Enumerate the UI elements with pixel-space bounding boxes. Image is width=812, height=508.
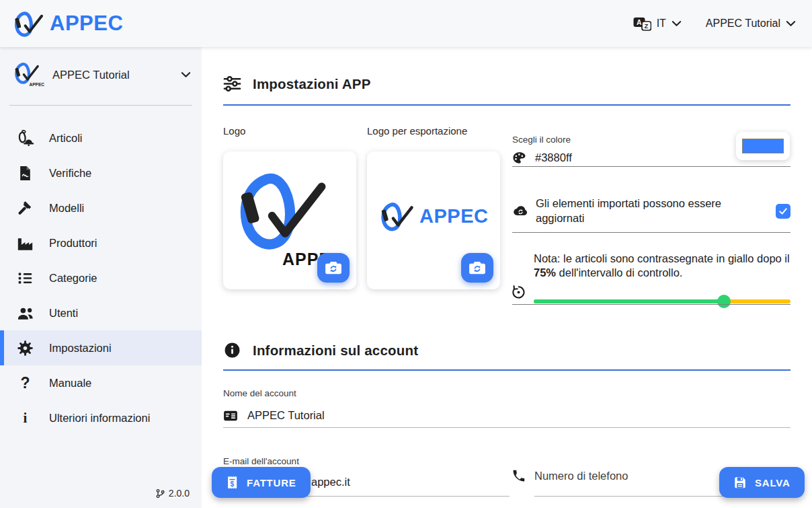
sidebar-nav: Articoli Verifiche [0, 120, 202, 435]
svg-text:$: $ [230, 480, 234, 488]
change-logo-button[interactable] [317, 253, 350, 283]
checkmark-icon [778, 206, 788, 217]
interval-slider[interactable] [534, 295, 790, 308]
logo-export-brand: APPEC [419, 205, 488, 227]
import-update-checkbox[interactable] [776, 204, 790, 219]
sidebar-item-manuale[interactable]: ? Manuale [0, 365, 202, 400]
sidebar-item-label: Verifiche [49, 167, 91, 180]
sidebar-item-categorie[interactable]: Categorie [0, 260, 202, 295]
sidebar-item-label: Ulteriori informazioni [49, 412, 150, 425]
color-swatch-fill [742, 139, 784, 153]
chevron-down-icon [786, 20, 796, 27]
sidebar-item-label: Manuale [49, 377, 91, 390]
sidebar-item-verifiche[interactable]: Verifiche [0, 155, 202, 190]
id-card-icon [223, 410, 238, 422]
factory-icon [16, 235, 34, 252]
palette-icon [512, 151, 526, 165]
sidebar-item-label: Modelli [49, 202, 84, 215]
sidebar-item-label: Articoli [49, 132, 83, 145]
logo-export-preview: APPEC [376, 200, 488, 232]
sidebar-item-utenti[interactable]: Utenti [0, 295, 202, 330]
carabiner-logo-icon [227, 166, 339, 252]
interval-percent: 75% [534, 266, 556, 279]
camera-reverse-icon [325, 260, 342, 276]
section-underline [223, 369, 790, 371]
sidebar-item-modelli[interactable]: Modelli [0, 190, 202, 225]
fatture-label: FATTURE [247, 477, 296, 488]
sidebar-item-label: Utenti [49, 307, 78, 320]
workspace-logo: APPEC [11, 61, 43, 89]
account-name-label: Nome del account [223, 388, 296, 398]
logo-export-label: Logo per esportazione [367, 125, 467, 137]
sidebar-item-ulteriori-informazioni[interactable]: i Ulteriori informazioni [0, 400, 202, 435]
topbar-right: A Z IT APPEC Tutorial [633, 17, 796, 31]
slider-thumb[interactable] [717, 295, 731, 308]
interval-warning-text: Nota: le articoli sono contrassegnate in… [534, 252, 790, 281]
question-mark-icon: ? [16, 375, 34, 392]
climbing-gear-icon [16, 130, 34, 147]
logo-upload-card[interactable]: APPEC [223, 151, 356, 289]
account-name-field[interactable]: APPEC Tutorial [223, 409, 325, 422]
interval-warning-field: Nota: le articoli sono contrassegnate in… [512, 252, 790, 281]
people-icon [16, 305, 34, 322]
save-floppy-icon [733, 476, 747, 489]
fatture-button[interactable]: $ FATTURE [212, 467, 311, 498]
phone-icon [512, 470, 525, 482]
version-number: 2.0.0 [169, 488, 190, 499]
import-update-field: Gli elementi importati possono essere ag… [512, 196, 790, 226]
options-sliders-icon [223, 75, 241, 92]
salva-button[interactable]: SALVA [719, 467, 805, 498]
topbar: APPEC A Z IT APPEC Tutorial [0, 0, 812, 47]
account-menu[interactable]: APPEC Tutorial [706, 17, 796, 30]
account-email-value: appec.it [311, 476, 350, 488]
account-email-label: E-mail dell'account [223, 456, 299, 466]
account-label: APPEC Tutorial [706, 17, 780, 30]
slider-fill [534, 299, 724, 303]
section-title: Impostazioni APP [253, 76, 371, 92]
import-update-text: Gli elementi importati possono essere ag… [536, 196, 758, 226]
chevron-down-icon [181, 71, 191, 78]
account-phone-field[interactable]: Numero di telefono [512, 470, 628, 482]
sidebar-item-label: Produttori [49, 237, 97, 250]
list-icon [16, 270, 34, 287]
workspace-switcher[interactable]: APPEC APPEC Tutorial [0, 47, 202, 89]
carabiner-logo-icon [11, 9, 47, 38]
main-content: Impostazioni APP Logo APPEC Logo per esp… [202, 47, 812, 508]
sidebar-item-impostazioni[interactable]: Impostazioni [0, 330, 202, 365]
sidebar-item-articoli[interactable]: Articoli [0, 120, 202, 155]
hammer-icon [16, 200, 34, 217]
sidebar-item-produttori[interactable]: Produttori [0, 225, 202, 260]
sidebar-item-label: Impostazioni [49, 342, 112, 355]
divider [512, 304, 790, 305]
sidebar-divider [9, 105, 192, 106]
section-title: Informazioni sul account [253, 342, 418, 359]
color-label: Scegli il colore [512, 135, 571, 145]
account-name-value: APPEC Tutorial [247, 409, 325, 422]
gear-icon [16, 340, 34, 357]
logo-label: Logo [223, 125, 245, 137]
language-selector[interactable]: A Z IT [633, 17, 682, 31]
brand-logo[interactable]: APPEC [11, 9, 123, 38]
invoice-icon: $ [226, 475, 239, 490]
logo-export-upload-card[interactable]: APPEC [367, 151, 500, 289]
document-check-icon [16, 165, 34, 182]
language-label: IT [657, 17, 666, 30]
history-icon [511, 285, 526, 299]
section-underline [223, 104, 790, 106]
divider [512, 232, 790, 233]
app-version: 2.0.0 [155, 488, 190, 499]
color-value: #3880ff [535, 151, 572, 164]
info-icon: i [16, 410, 34, 427]
cloud-sync-icon [512, 205, 528, 217]
change-export-logo-button[interactable] [461, 253, 493, 283]
color-picker-swatch[interactable] [736, 132, 790, 160]
translate-icon: A Z [633, 17, 651, 31]
app-settings-header: Impostazioni APP [223, 75, 371, 92]
info-circle-icon [223, 342, 241, 359]
salva-label: SALVA [755, 477, 790, 488]
divider [512, 166, 790, 167]
account-phone-placeholder: Numero di telefono [534, 470, 628, 482]
account-info-header: Informazioni sul account [223, 342, 418, 359]
color-field[interactable]: #3880ff [512, 151, 572, 165]
account-email-field[interactable]: appec.it [311, 476, 350, 488]
